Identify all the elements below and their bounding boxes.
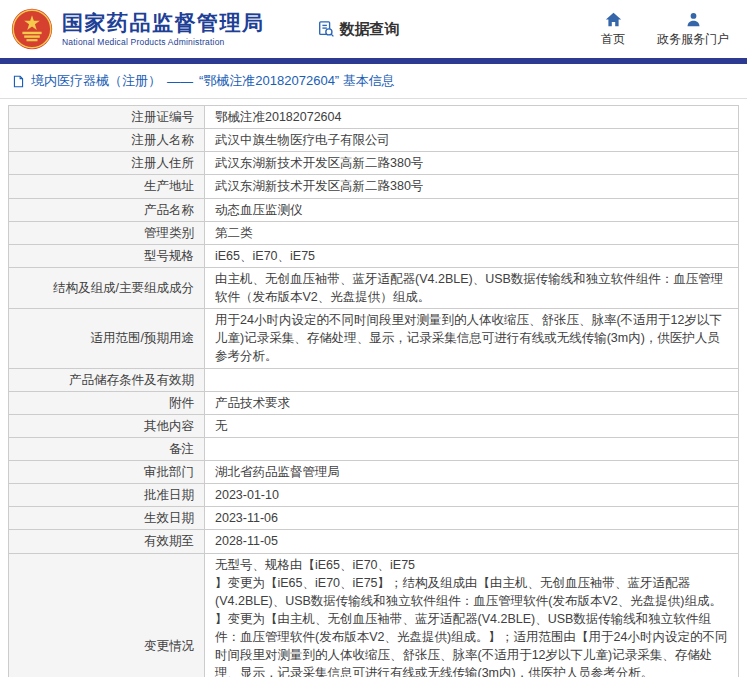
- row-value: 动态血压监测仪: [205, 198, 739, 221]
- table-row: 型号规格 iE65、iE70、iE75: [9, 244, 739, 267]
- site-header: 国家药品监督管理局 National Medical Products Admi…: [0, 0, 747, 58]
- registration-detail: 注册证编号 鄂械注准20182072604 注册人名称 武汉中旗生物医疗电子有限…: [0, 99, 747, 677]
- table-row: 附件 产品技术要求: [9, 391, 739, 414]
- table-row: 产品名称 动态血压监测仪: [9, 198, 739, 221]
- portal-nav[interactable]: 政务服务门户: [657, 11, 729, 48]
- row-label: 注册人住所: [9, 152, 205, 175]
- table-row: 结构及组成/主要组成成分 由主机、无创血压袖带、蓝牙适配器(V4.2BLE)、U…: [9, 267, 739, 308]
- row-label: 产品储存条件及有效期: [9, 368, 205, 391]
- table-row: 生产地址 武汉东湖新技术开发区高新二路380号: [9, 175, 739, 198]
- document-icon: [12, 75, 25, 88]
- table-row: 适用范围/预期用途 用于24小时内设定的不同时间段里对测量到的人体收缩压、舒张压…: [9, 309, 739, 368]
- row-label: 其他内容: [9, 414, 205, 437]
- row-value: 用于24小时内设定的不同时间段里对测量到的人体收缩压、舒张压、脉率(不适用于12…: [205, 309, 739, 368]
- site-subtitle: National Medical Products Administration: [62, 37, 265, 47]
- row-value: 鄂械注准20182072604: [205, 106, 739, 129]
- row-label: 批准日期: [9, 484, 205, 507]
- row-value: 产品技术要求: [205, 391, 739, 414]
- row-value: 武汉中旗生物医疗电子有限公司: [205, 129, 739, 152]
- row-value: 无型号、规格由【iE65、iE70、iE75 】变更为【iE65、iE70、iE…: [205, 553, 739, 677]
- row-value: [205, 437, 739, 460]
- document-search-icon: [317, 20, 335, 38]
- home-icon: [605, 11, 622, 28]
- header-nav: 首页 政务服务门户: [601, 11, 729, 48]
- table-row: 有效期至 2028-11-05: [9, 530, 739, 553]
- portal-label: 政务服务门户: [657, 31, 729, 48]
- row-label: 结构及组成/主要组成成分: [9, 267, 205, 308]
- breadcrumb-category[interactable]: 境内医疗器械（注册）: [31, 72, 161, 90]
- nmpa-logo[interactable]: 国家药品监督管理局 National Medical Products Admi…: [10, 7, 265, 51]
- data-query-label: 数据查询: [340, 20, 400, 39]
- table-row: 变更情况 无型号、规格由【iE65、iE70、iE75 】变更为【iE65、iE…: [9, 553, 739, 677]
- row-value: 由主机、无创血压袖带、蓝牙适配器(V4.2BLE)、USB数据传输线和独立软件组…: [205, 267, 739, 308]
- registration-info-table: 注册证编号 鄂械注准20182072604 注册人名称 武汉中旗生物医疗电子有限…: [8, 105, 739, 677]
- table-row: 其他内容 无: [9, 414, 739, 437]
- home-label: 首页: [601, 31, 625, 48]
- row-label: 型号规格: [9, 244, 205, 267]
- row-label: 生产地址: [9, 175, 205, 198]
- user-icon: [685, 11, 702, 28]
- row-value: 2028-11-05: [205, 530, 739, 553]
- row-label: 有效期至: [9, 530, 205, 553]
- site-title: 国家药品监督管理局: [62, 11, 265, 35]
- national-emblem-icon: [10, 7, 54, 51]
- row-label: 生效日期: [9, 507, 205, 530]
- row-label: 审批部门: [9, 461, 205, 484]
- row-value: 第二类: [205, 221, 739, 244]
- row-label: 变更情况: [9, 553, 205, 677]
- row-value: 2023-11-06: [205, 507, 739, 530]
- row-value: [205, 368, 739, 391]
- row-label: 备注: [9, 437, 205, 460]
- breadcrumb: 境内医疗器械（注册） —— “鄂械注准20182072604” 基本信息: [0, 64, 747, 99]
- table-row: 生效日期 2023-11-06: [9, 507, 739, 530]
- row-label: 附件: [9, 391, 205, 414]
- table-row: 备注: [9, 437, 739, 460]
- data-query-nav[interactable]: 数据查询: [317, 20, 400, 39]
- row-label: 注册人名称: [9, 129, 205, 152]
- row-label: 管理类别: [9, 221, 205, 244]
- home-nav[interactable]: 首页: [601, 11, 625, 48]
- table-row: 审批部门 湖北省药品监督管理局: [9, 461, 739, 484]
- row-value: 武汉东湖新技术开发区高新二路380号: [205, 152, 739, 175]
- row-value: 无: [205, 414, 739, 437]
- table-row: 注册人住所 武汉东湖新技术开发区高新二路380号: [9, 152, 739, 175]
- table-row: 注册证编号 鄂械注准20182072604: [9, 106, 739, 129]
- table-row: 批准日期 2023-01-10: [9, 484, 739, 507]
- row-label: 注册证编号: [9, 106, 205, 129]
- row-value: 2023-01-10: [205, 484, 739, 507]
- breadcrumb-separator: ——: [167, 74, 193, 89]
- row-value: iE65、iE70、iE75: [205, 244, 739, 267]
- row-value: 武汉东湖新技术开发区高新二路380号: [205, 175, 739, 198]
- table-row: 产品储存条件及有效期: [9, 368, 739, 391]
- table-row: 管理类别 第二类: [9, 221, 739, 244]
- breadcrumb-current: “鄂械注准20182072604” 基本信息: [199, 72, 395, 90]
- row-label: 适用范围/预期用途: [9, 309, 205, 368]
- table-row: 注册人名称 武汉中旗生物医疗电子有限公司: [9, 129, 739, 152]
- row-value: 湖北省药品监督管理局: [205, 461, 739, 484]
- row-label: 产品名称: [9, 198, 205, 221]
